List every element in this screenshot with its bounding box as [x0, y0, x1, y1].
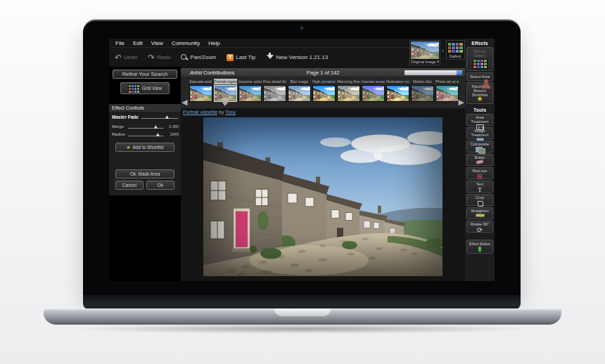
tool-area-treatment[interactable]: Area Treatment	[466, 114, 493, 126]
laptop-shadow	[70, 324, 535, 334]
download-arrow-icon	[266, 53, 274, 63]
tool-erase[interactable]: Erase	[466, 154, 493, 166]
selected-pointer	[221, 100, 229, 110]
merge-slider-thumb[interactable]: ▲	[154, 124, 158, 129]
redo-icon	[148, 53, 155, 63]
effect-caption: Portrait vignette by Tony	[183, 110, 236, 115]
tool-crop[interactable]: Crop	[466, 194, 493, 206]
grid-view-icon	[128, 84, 140, 92]
left-panel: Refine Your Search Grid View Effect Cont…	[109, 67, 181, 281]
grid-view-button[interactable]: Grid View	[120, 82, 170, 94]
effect-editor-button[interactable]: Effect Editor	[466, 240, 493, 254]
thumbnail-saturate-and-glow[interactable]: Saturate and glow	[189, 79, 212, 102]
merge-slider-track[interactable]	[128, 128, 163, 129]
thumbnail-strip: ◀ Saturate and glow Portrait vignette Im…	[181, 77, 465, 108]
ok-button[interactable]: Ok	[146, 181, 174, 190]
gallery-area: ArtistContributions Page 1 of 142 ◀ Satu…	[181, 67, 465, 281]
gallery-palette-thumbnail[interactable]: Gallery	[446, 40, 465, 60]
straighten-level-icon	[476, 214, 485, 217]
thumbnail-fine-detail-blur[interactable]: Fine detail blur	[263, 79, 286, 102]
effects-gallery-button[interactable]: Effects Gallery	[466, 47, 493, 71]
gallery-palette-icon	[447, 42, 464, 53]
strip-prev-arrow[interactable]: ◀	[182, 98, 187, 107]
app-window: File Edit View Community Help Undo Redo …	[109, 39, 495, 281]
select-area-button[interactable]: Select Area	[466, 72, 493, 81]
effects-gallery-icon	[473, 59, 488, 69]
tool-text[interactable]: Text	[466, 181, 493, 193]
tools-panel-title: Tools	[473, 108, 486, 112]
redo-button[interactable]: Redo	[148, 53, 170, 63]
gallery-scrollbar[interactable]	[405, 70, 462, 75]
laptop-hinge	[83, 295, 521, 309]
crop-icon	[477, 200, 483, 207]
desktop-background: File Edit View Community Help Undo Redo …	[0, 0, 605, 364]
star-icon	[126, 145, 130, 150]
menu-item-edit[interactable]: Edit	[133, 40, 143, 47]
magnifier-icon	[181, 54, 188, 61]
add-to-shortlist-button[interactable]: Add to Shortlist	[115, 143, 174, 152]
text-icon	[468, 187, 492, 193]
thumbnail-portrait-vignette-selected[interactable]: Portrait vignette	[214, 79, 237, 102]
thumbnail-intense-sunset[interactable]: Intense sunset	[362, 79, 385, 102]
master-fade-slider-row: Master Fade ▲	[109, 113, 181, 121]
ok-mask-area-button[interactable]: Ok, Mask Area	[115, 169, 174, 178]
radius-slider-row: Radius ▲ 3345	[109, 131, 181, 138]
effect-controls-header: Effect Controls	[109, 104, 181, 112]
tool-rotate-90[interactable]: Rotate 90°	[466, 221, 493, 233]
area-treatment-icon	[476, 124, 484, 130]
preview-strip: Original Image PS › Gallery	[409, 40, 465, 70]
laptop-base	[44, 308, 561, 325]
tool-straighten[interactable]: Straighten	[466, 207, 493, 219]
star-icon	[477, 98, 483, 102]
tool-red-eye[interactable]: Red eye	[466, 167, 493, 179]
master-fade-slider-thumb[interactable]: ▲	[165, 114, 169, 119]
zoom-search-icon[interactable]	[457, 70, 462, 75]
thumbnail-blur-magic[interactable]: Blur magic	[288, 79, 311, 102]
radius-value: 3345	[170, 132, 179, 136]
merge-slider-row: Merge ▲ 0.380	[109, 123, 181, 131]
merge-value: 0.380	[169, 124, 179, 129]
tip-icon	[227, 54, 234, 61]
effect-name-link[interactable]: Portrait vignette	[183, 110, 217, 115]
radius-slider-thumb[interactable]: ▲	[156, 131, 160, 136]
toolbar: Undo Redo Pan/Zoom Last Tip New Version …	[109, 48, 412, 67]
menu-bar: File Edit View Community Help	[109, 39, 412, 48]
original-image-thumbnail[interactable]: Original Image PS	[409, 40, 440, 65]
effects-panel-title: Effects	[471, 41, 488, 46]
last-tip-button[interactable]: Last Tip	[227, 54, 255, 61]
right-panel: Effects Effects Gallery Select Area Favo…	[465, 39, 495, 281]
thumbnail-list: Saturate and glow Portrait vignette Impr…	[189, 79, 459, 102]
gallery-header-bar: ArtistContributions Page 1 of 142	[181, 68, 465, 77]
undo-icon	[115, 53, 122, 63]
strip-next-arrow[interactable]: ▶	[459, 98, 464, 107]
cancel-button[interactable]: Cancel	[115, 181, 144, 190]
master-fade-slider-track[interactable]	[141, 118, 178, 119]
refine-your-search-button[interactable]: Refine Your Search	[113, 70, 177, 79]
rotate-icon	[468, 227, 492, 233]
menu-item-file[interactable]: File	[115, 40, 125, 47]
arrow-right-icon: ›	[442, 40, 445, 61]
thumbnail-warming-filter[interactable]: Warming filter	[337, 79, 360, 102]
thumbnail-high-dynamic-range[interactable]: High dynamic range	[312, 79, 336, 102]
menu-item-view[interactable]: View	[151, 40, 163, 47]
webcam-dot	[300, 27, 303, 30]
thumbnail-motion-blur[interactable]: Motion blur	[411, 79, 434, 102]
laptop-lid-notch	[274, 308, 331, 316]
effect-editor-icon	[478, 247, 481, 252]
eraser-icon	[476, 160, 484, 164]
pan-zoom-button[interactable]: Pan/Zoom	[181, 54, 216, 61]
main-preview-image[interactable]	[203, 117, 442, 276]
author-link[interactable]: Tony	[225, 110, 236, 115]
original-photo	[411, 41, 439, 59]
composite-icon	[476, 147, 485, 153]
thumbnail-illustration-modified[interactable]: Illustration modified - raw process - re…	[386, 79, 409, 102]
menu-item-community[interactable]: Community	[172, 40, 200, 47]
menu-item-help[interactable]: Help	[208, 40, 219, 47]
thumbnail-improve-colors[interactable]: Improve colors	[238, 79, 262, 102]
new-version-button[interactable]: New Version 1.21.13	[266, 53, 328, 63]
undo-button[interactable]: Undo	[115, 53, 137, 63]
tool-composite[interactable]: Composite	[466, 141, 493, 152]
gold-hill-photo	[203, 117, 442, 276]
thumbnail-photo-art-at-a-click[interactable]: Photo art at a click 104	[435, 79, 459, 102]
red-eye-icon	[477, 174, 483, 179]
